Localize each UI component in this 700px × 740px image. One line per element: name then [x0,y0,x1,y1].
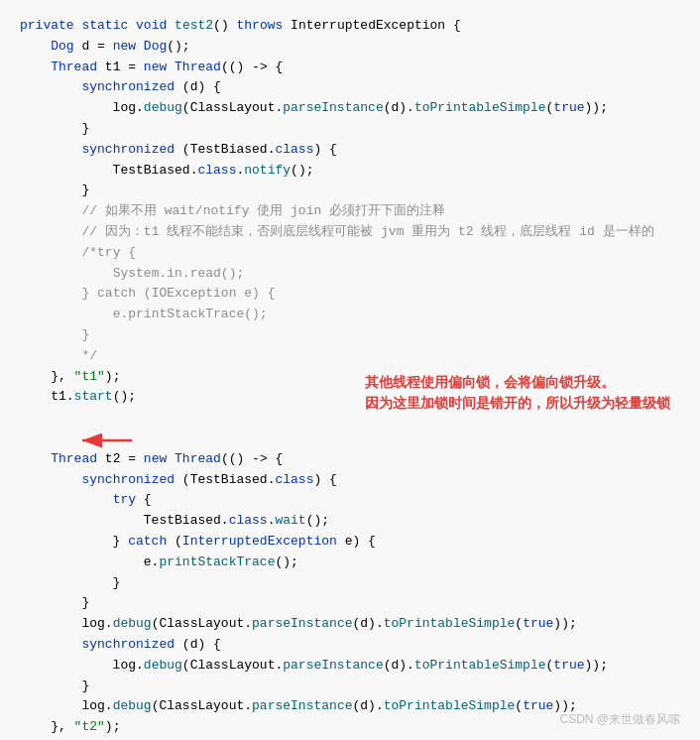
code-line-comment: System.in.read(); [20,264,680,285]
annotation-box: 其他线程使用偏向锁，会将偏向锁升级。 因为这里加锁时间是错开的，所以升级为轻量级… [365,372,670,414]
code-line: } catch (InterruptedException e) { [20,532,680,553]
code-line-sync: synchronized (d) { [20,635,680,656]
code-line-comment: } [20,325,680,346]
code-line: Thread t1 = new Thread(() -> { [20,58,680,78]
code-line: } [20,593,680,614]
code-line: TestBiased.class.wait(); [20,511,680,532]
code-line: log.debug(ClassLayout.parseInstance(d).t… [20,98,680,119]
code-line-comment: */ [20,346,680,367]
code-line: synchronized (d) { [20,77,680,98]
code-line: try { [20,490,680,511]
watermark: CSDN @来世做春风嗦 [559,711,680,728]
arrow-indicator [77,431,137,454]
annotation-text: 其他线程使用偏向锁，会将偏向锁升级。 因为这里加锁时间是错开的，所以升级为轻量级… [365,372,670,414]
code-line: e.printStackTrace(); [20,553,680,573]
code-line: } [20,181,680,201]
code-line: synchronized (TestBiased.class) { [20,470,680,491]
code-line: Dog d = new Dog(); [20,37,680,58]
code-line-comment: /*try { [20,243,680,264]
code-line: } [20,119,680,140]
code-line: TestBiased.class.notify(); [20,161,680,182]
code-line-comment: // 因为：t1 线程不能结束，否则底层线程可能被 jvm 重用为 t2 线程，… [20,222,680,243]
code-line: } [20,677,680,697]
code-line: synchronized (TestBiased.class) { [20,140,680,161]
code-line-comment: } catch (IOException e) { [20,284,680,305]
code-line-header: private static void test2() throws Inter… [20,16,680,37]
code-line: } [20,573,680,594]
code-container: private static void test2() throws Inter… [0,0,700,740]
code-line-comment: // 如果不用 wait/notify 使用 join 必须打开下面的注释 [20,201,680,222]
code-line: log.debug(ClassLayout.parseInstance(d).t… [20,614,680,635]
code-line: log.debug(ClassLayout.parseInstance(d).t… [20,656,680,677]
code-line-comment: e.printStackTrace(); [20,305,680,325]
